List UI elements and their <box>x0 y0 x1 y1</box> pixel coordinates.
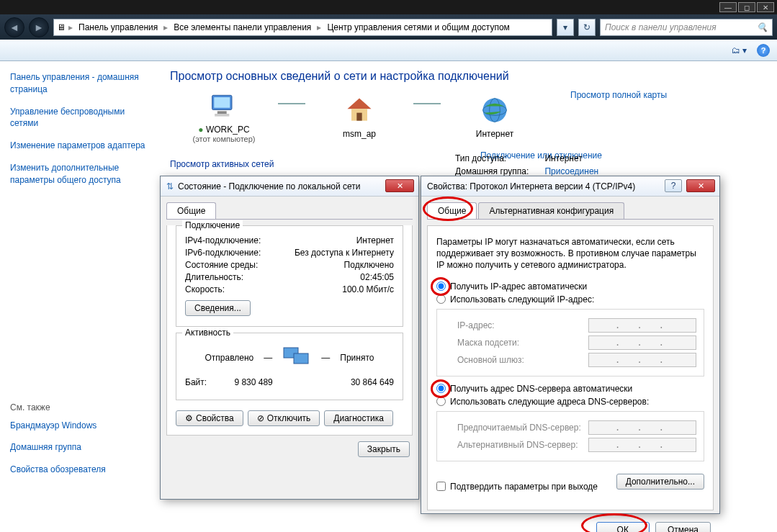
connection-line <box>413 103 441 104</box>
search-placeholder: Поиск в панели управления <box>605 22 717 32</box>
see-also-internet-options[interactable]: Свойства обозревателя <box>10 464 147 476</box>
minimize-button[interactable]: — <box>719 2 737 12</box>
properties-button[interactable]: ⚙Свойства <box>176 410 243 426</box>
tab-general[interactable]: Общие <box>166 202 216 219</box>
forward-button[interactable]: ► <box>29 17 49 37</box>
sidebar-link-sharing[interactable]: Изменить дополнительные параметры общего… <box>10 162 147 186</box>
details-button[interactable]: Сведения... <box>185 300 251 316</box>
back-button[interactable]: ◄ <box>4 17 24 37</box>
refresh-button[interactable]: ↻ <box>578 19 596 36</box>
sidebar-home-link[interactable]: Панель управления - домашняя страница <box>10 71 147 96</box>
radio-label: Использовать следующие адреса DNS-сервер… <box>450 397 649 407</box>
dns1-label: Предпочитаемый DNS-сервер: <box>457 423 581 433</box>
dialog-titlebar[interactable]: ⇅ Состояние - Подключение по локальной с… <box>161 176 418 197</box>
bytes-label: Байт: <box>185 377 207 387</box>
gear-icon: ⚙ <box>185 413 193 423</box>
toolbar: 🗂 ▾ ? <box>0 40 777 61</box>
svg-rect-14 <box>294 353 308 364</box>
ip-input: . . . <box>588 318 696 333</box>
radio-label: Получить IP-адрес автоматически <box>450 281 587 292</box>
duration-label: Длительность: <box>185 272 243 282</box>
close-button[interactable]: ✕ <box>757 2 774 12</box>
house-icon <box>343 94 375 126</box>
radio-input[interactable] <box>436 281 446 291</box>
sent-label: Отправлено <box>205 353 254 363</box>
radio-ip-auto[interactable]: Получить IP-адрес автоматически <box>436 281 704 292</box>
checkbox-input[interactable] <box>436 482 446 491</box>
mask-label: Маска подсети: <box>457 338 519 348</box>
maximize-button[interactable]: ◻ <box>738 2 755 12</box>
duration-value: 02:45:05 <box>360 272 394 282</box>
window-titlebar: — ◻ ✕ <box>0 0 777 14</box>
access-type-label: Тип доступа: <box>448 153 536 164</box>
node-router[interactable]: msm_ap <box>305 94 413 139</box>
radio-ip-manual[interactable]: Использовать следующий IP-адрес: <box>436 294 704 305</box>
dialog-help-button[interactable]: ? <box>665 179 682 192</box>
ipv6-value: Без доступа к Интернету <box>295 248 394 258</box>
dialog-titlebar[interactable]: Свойства: Протокол Интернета версии 4 (T… <box>421 176 719 197</box>
sidebar-link-adapter[interactable]: Изменение параметров адаптера <box>10 140 147 152</box>
svg-rect-2 <box>217 111 227 114</box>
dialog-close-button[interactable]: ✕ <box>385 179 414 192</box>
ipv4-properties-dialog: Свойства: Протокол Интернета версии 4 (T… <box>421 176 720 514</box>
media-value: Подключено <box>344 260 394 270</box>
dialog-close-button[interactable]: ✕ <box>686 179 715 192</box>
media-label: Состояние среды: <box>185 260 258 270</box>
speed-value: 100.0 Мбит/c <box>342 284 394 294</box>
group-legend: Подключение <box>182 220 243 230</box>
globe-icon <box>479 94 511 126</box>
diagnose-button[interactable]: Диагностика <box>324 410 393 426</box>
close-dialog-button[interactable]: Закрыть <box>358 441 410 457</box>
node-this-pc[interactable]: ● WORK_PC (этот компьютер) <box>170 90 278 143</box>
crumb-all-items[interactable]: Все элементы панели управления <box>171 22 314 32</box>
ipv4-value: Интернет <box>356 235 394 245</box>
see-also-homegroup[interactable]: Домашняя группа <box>10 441 147 454</box>
radio-dns-auto[interactable]: Получить адрес DNS-сервера автоматически <box>436 384 704 394</box>
cancel-button[interactable]: Отмена <box>655 522 711 532</box>
crumb-control-panel[interactable]: Панель управления <box>76 22 161 32</box>
tab-general[interactable]: Общие <box>427 202 477 219</box>
sidebar: Панель управления - домашняя страница Уп… <box>0 61 157 532</box>
advanced-button[interactable]: Дополнительно... <box>616 474 704 490</box>
node-internet[interactable]: Интернет <box>441 94 549 139</box>
validate-checkbox[interactable]: Подтвердить параметры при выходе <box>436 482 598 492</box>
radio-input[interactable] <box>436 294 446 304</box>
help-button[interactable]: ? <box>757 44 770 57</box>
checkbox-label: Подтвердить параметры при выходе <box>450 482 598 492</box>
crumb-network-center[interactable]: Центр управления сетями и общим доступом <box>324 22 513 32</box>
gateway-input: . . . <box>588 353 696 367</box>
ip-fields-group: IP-адрес:. . . Маска подсети:. . . Основ… <box>436 309 704 377</box>
radio-input[interactable] <box>436 397 446 406</box>
group-legend: Активность <box>182 328 233 338</box>
breadcrumb[interactable]: 🖥 ▸ Панель управления ▸ Все элементы пан… <box>53 19 552 36</box>
ok-button[interactable]: ОК <box>596 522 650 532</box>
received-label: Принято <box>340 353 374 363</box>
node-label: WORK_PC <box>206 125 250 135</box>
dialog-title: Состояние - Подключение по локальной сет… <box>178 181 361 191</box>
radio-dns-manual[interactable]: Использовать следующие адреса DNS-сервер… <box>436 397 704 407</box>
status-dialog: ⇅ Состояние - Подключение по локальной с… <box>160 176 419 500</box>
dropdown-icon[interactable]: ▾ <box>557 19 574 36</box>
disable-button[interactable]: ⊘Отключить <box>248 410 320 426</box>
control-panel-icon: 🖥 <box>57 22 66 32</box>
ip-label: IP-адрес: <box>457 320 495 330</box>
organize-icon[interactable]: 🗂 ▾ <box>732 45 747 55</box>
dash-icon: — <box>264 353 272 363</box>
connection-line <box>278 103 305 104</box>
svg-rect-1 <box>214 97 230 108</box>
monitors-icon <box>282 345 311 370</box>
radio-label: Использовать следующий IP-адрес: <box>450 294 594 305</box>
connection-group: Подключение IPv4-подключение:Интернет IP… <box>176 225 403 327</box>
svg-rect-6 <box>356 113 361 121</box>
view-full-map-link[interactable]: Просмотр полной карты <box>570 90 667 100</box>
svg-rect-3 <box>215 114 229 117</box>
network-icon: ⇅ <box>166 181 174 191</box>
see-also-label: См. также <box>10 402 147 412</box>
dns2-label: Альтернативный DNS-сервер: <box>457 440 578 450</box>
sidebar-link-wireless[interactable]: Управление беспроводными сетями <box>10 106 147 130</box>
radio-input[interactable] <box>436 384 446 393</box>
see-also-firewall[interactable]: Брандмауэр Windows <box>10 420 147 432</box>
address-bar: ◄ ► 🖥 ▸ Панель управления ▸ Все элементы… <box>0 14 777 40</box>
tab-alt-config[interactable]: Альтернативная конфигурация <box>478 202 624 219</box>
search-input[interactable]: Поиск в панели управления 🔍 <box>600 19 773 36</box>
